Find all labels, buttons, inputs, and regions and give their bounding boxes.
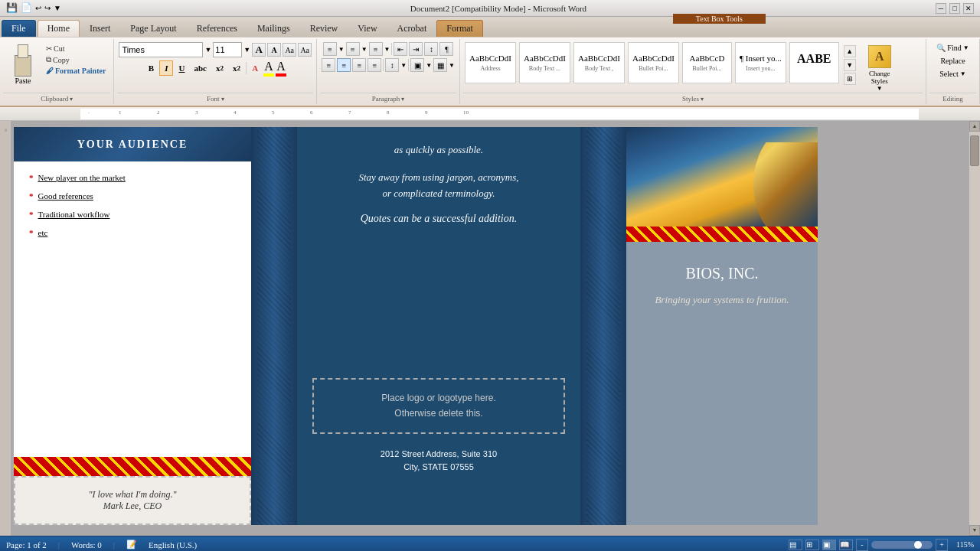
scroll-down-button[interactable]: ▼ [969, 525, 980, 536]
styles-scroll-down[interactable]: ▼ [844, 59, 856, 71]
style-bullet-poi-2[interactable]: AaBbCcD Bullet Poi... [682, 42, 732, 83]
justify-button[interactable]: ≡ [368, 58, 381, 72]
borders-button[interactable]: ▦ [433, 58, 447, 72]
font-family-selector[interactable] [119, 42, 203, 57]
align-left-button[interactable]: ≡ [322, 58, 335, 72]
find-dropdown[interactable]: ▼ [963, 44, 969, 51]
styles-more[interactable]: ⊞ [844, 73, 856, 85]
zoom-slider[interactable] [871, 541, 933, 549]
tab-mailings[interactable]: Mailings [247, 20, 300, 37]
superscript-button[interactable]: x2 [229, 60, 244, 76]
tab-file[interactable]: File [2, 20, 36, 37]
tab-format[interactable]: Format [436, 20, 483, 37]
document-area[interactable]: YOUR AUDIENCE * New player on the market… [11, 121, 969, 536]
font-size-dropdown[interactable]: ▼ [243, 46, 250, 54]
scroll-up-button[interactable]: ▲ [969, 121, 980, 132]
scroll-thumb[interactable] [970, 135, 979, 166]
left-sidebar: ≡ [0, 121, 11, 536]
maximize-button[interactable]: □ [949, 3, 960, 14]
styles-scroll-up[interactable]: ▲ [844, 45, 856, 57]
zoom-level: 115% [951, 540, 974, 549]
numbering-button[interactable]: ≡ [346, 42, 360, 56]
window-controls[interactable]: ─ □ ✕ [936, 3, 974, 14]
align-center-button[interactable]: ≡ [337, 58, 351, 72]
change-styles-button[interactable]: A ChangeStyles ▼ [861, 42, 899, 93]
sort-button[interactable]: ↕ [424, 42, 438, 56]
underline-button[interactable]: U [175, 60, 188, 76]
tab-page-layout[interactable]: Page Layout [120, 20, 186, 37]
left-sidebar-marker: ≡ [2, 129, 9, 132]
multilevel-dropdown[interactable]: ▼ [384, 46, 390, 53]
style-change[interactable]: AABE [789, 42, 839, 83]
right-photo [626, 127, 818, 227]
middle-text-3: Quotes can be a successful addition. [312, 213, 565, 225]
panel-divider-left [251, 127, 297, 525]
numbering-dropdown[interactable]: ▼ [361, 46, 368, 53]
style-address[interactable]: AaBbCcDdI Address [465, 42, 516, 83]
font-family-dropdown[interactable]: ▼ [204, 46, 211, 54]
borders-dropdown[interactable]: ▼ [449, 62, 455, 69]
style-bullet-poi-1[interactable]: AaBbCcDdI Bullet Poi... [628, 42, 679, 83]
scroll-track[interactable] [969, 132, 980, 525]
shrink-font-button[interactable]: A [267, 43, 281, 57]
shading-button[interactable]: ▣ [410, 58, 424, 72]
line-spacing-button[interactable]: ↕ [385, 58, 399, 72]
line-spacing-dropdown[interactable]: ▼ [400, 62, 407, 69]
tab-references[interactable]: References [187, 20, 247, 37]
select-dropdown[interactable]: ▼ [960, 70, 966, 77]
reading-view-button[interactable]: 📖 [839, 540, 853, 550]
print-view-button[interactable]: ▣ [822, 540, 836, 550]
ruler-inner: · 1 2 3 4 5 6 7 8 9 10 [80, 109, 919, 119]
show-para-button[interactable]: ¶ [439, 42, 453, 56]
middle-text-1: as quickly as possible. [312, 142, 565, 158]
decrease-indent-button[interactable]: ⇤ [394, 42, 407, 56]
zoom-in-button[interactable]: + [936, 539, 948, 551]
copy-button[interactable]: ⧉Copy [43, 54, 109, 65]
style-body-text-1[interactable]: AaBbCcDdI Body Text ... [519, 42, 570, 83]
increase-indent-button[interactable]: ⇥ [409, 42, 423, 56]
zoom-out-button[interactable]: - [856, 539, 868, 551]
bold-button[interactable]: B [144, 60, 158, 76]
format-painter-button[interactable]: 🖌Format Painter [43, 66, 109, 76]
tab-review[interactable]: Review [300, 20, 348, 37]
multilevel-button[interactable]: ≡ [369, 42, 383, 56]
tab-view[interactable]: View [348, 20, 387, 37]
paste-button[interactable]: Paste [5, 42, 41, 87]
minimize-button[interactable]: ─ [936, 3, 946, 14]
text-effects-button[interactable]: A [248, 60, 262, 76]
grow-font-button[interactable]: A [252, 43, 266, 57]
change-case-button[interactable]: Aa [283, 43, 296, 57]
style-body-text-2[interactable]: AaBbCcDdI Body Text , [573, 42, 625, 83]
font-size-selector[interactable] [213, 42, 242, 57]
font-group: ▼ ▼ A A Aa Aa B I U abc x2 x2 A [114, 39, 317, 104]
textbox-tools-tab[interactable]: Text Box Tools [673, 14, 766, 24]
text-highlight-button[interactable]: A [263, 60, 274, 77]
spell-check-icon[interactable]: 📝 [126, 540, 137, 549]
clear-formatting-button[interactable]: Aa [298, 43, 312, 57]
change-styles-dropdown[interactable]: ▼ [877, 85, 883, 92]
strikethrough-button[interactable]: abc [190, 60, 211, 76]
bullet-item-1: * New player on the market [29, 173, 236, 182]
style-insert[interactable]: ¶ Insert yo... Insert you... [735, 42, 786, 83]
subscript-button[interactable]: x2 [212, 60, 227, 76]
bullets-button[interactable]: ≡ [323, 42, 337, 56]
language-status[interactable]: English (U.S.) [149, 540, 197, 549]
bullets-dropdown[interactable]: ▼ [338, 46, 345, 53]
find-button[interactable]: 🔍 Find ▼ [932, 42, 973, 54]
editing-group: 🔍 Find ▼ Replace Select ▼ Editing [926, 39, 980, 104]
font-row-2: B I U abc x2 x2 A A A [144, 60, 286, 77]
font-color-button[interactable]: A [276, 60, 286, 77]
italic-button[interactable]: I [159, 60, 173, 76]
right-body: BIOS, INC. Bringing your systems to frui… [626, 242, 818, 525]
cut-button[interactable]: ✂Cut [43, 44, 109, 54]
web-view-button[interactable]: ⊞ [805, 540, 819, 550]
replace-button[interactable]: Replace [936, 55, 969, 67]
shading-dropdown[interactable]: ▼ [426, 62, 432, 69]
select-button[interactable]: Select ▼ [935, 68, 970, 80]
tab-insert[interactable]: Insert [80, 20, 120, 37]
tab-acrobat[interactable]: Acrobat [387, 20, 437, 37]
normal-view-button[interactable]: ▤ [789, 540, 802, 550]
align-right-button[interactable]: ≡ [352, 58, 366, 72]
close-button[interactable]: ✕ [963, 3, 974, 14]
tab-home[interactable]: Home [38, 20, 80, 37]
